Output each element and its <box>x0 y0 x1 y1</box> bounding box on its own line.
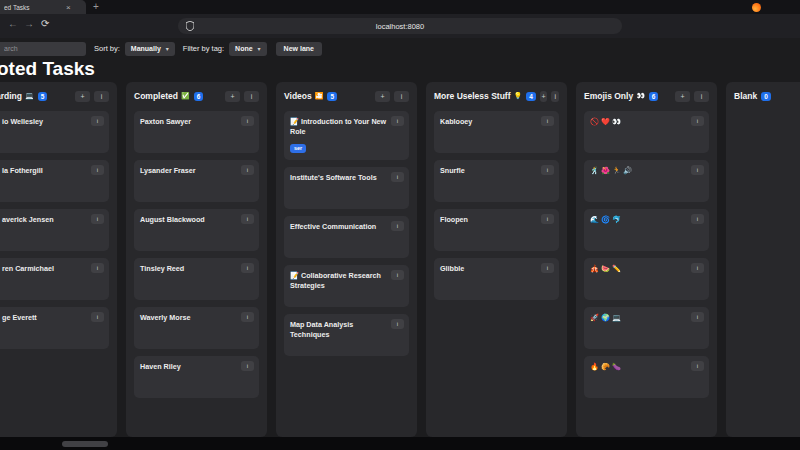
task-card[interactable]: Paxton Sawyeri <box>134 111 259 153</box>
lane-menu-button[interactable]: i <box>694 91 709 102</box>
back-icon[interactable]: ← <box>8 18 18 29</box>
lane-menu-button[interactable]: i <box>551 91 559 102</box>
lane-title: Completed <box>134 91 178 101</box>
lane-add-card-button[interactable]: + <box>75 91 90 102</box>
url-bar[interactable]: localhost:8080 <box>178 18 622 34</box>
card-menu-button[interactable]: i <box>691 214 704 224</box>
reload-icon[interactable]: ⟳ <box>41 18 49 29</box>
task-card[interactable]: Lysander Fraseri <box>134 160 259 202</box>
task-card[interactable]: Floopeni <box>434 209 559 251</box>
card-menu-button[interactable]: i <box>391 319 404 329</box>
task-card[interactable]: 🎪 🍉 ✏️i <box>584 258 709 300</box>
card-menu-button[interactable]: i <box>391 270 404 280</box>
card-menu-button[interactable]: i <box>241 263 254 273</box>
task-card[interactable]: ge Everetti <box>0 307 109 349</box>
task-card[interactable]: Tinsley Reedi <box>134 258 259 300</box>
tab-title: ed Tasks <box>4 4 64 11</box>
task-card[interactable]: Institute's Software Toolsi <box>284 167 409 209</box>
card-title: Haven Riley <box>140 362 242 372</box>
lane-menu-button[interactable]: i <box>244 91 259 102</box>
card-menu-button[interactable]: i <box>91 263 104 273</box>
browser-extension-flame-icon[interactable] <box>752 3 761 12</box>
lane: arding💻5+iio Wellesleyila Fothergilliave… <box>0 82 117 437</box>
card-menu-button[interactable]: i <box>241 165 254 175</box>
card-menu-button[interactable]: i <box>91 165 104 175</box>
sort-by-value: Manually <box>131 45 161 52</box>
lane-title: Videos <box>284 91 312 101</box>
task-card[interactable]: averick Jenseni <box>0 209 109 251</box>
task-card[interactable]: 🚫 ❤️ 👀i <box>584 111 709 153</box>
lane-cards: KablooeyiSnurfleiFloopeniGlibblei <box>434 111 559 300</box>
task-card[interactable]: Effective Communicationi <box>284 216 409 258</box>
lane-cards: 🚫 ❤️ 👀i🕺 🌺 🏃 🔊i🌊 🌀 🐬i🎪 🍉 ✏️i🚀 🌍 💻i🔥 🥐 🍆i <box>584 111 709 398</box>
lane-add-card-button[interactable]: + <box>675 91 690 102</box>
forward-icon[interactable]: → <box>24 18 34 29</box>
lane-add-card-button[interactable]: + <box>375 91 390 102</box>
task-card[interactable]: 🕺 🌺 🏃 🔊i <box>584 160 709 202</box>
filter-by-tag-select[interactable]: None ▾ <box>229 42 267 56</box>
lane-emoji-icon: 👀 <box>636 92 645 100</box>
task-card[interactable]: Waverly Morsei <box>134 307 259 349</box>
task-card[interactable]: 🌊 🌀 🐬i <box>584 209 709 251</box>
card-menu-button[interactable]: i <box>541 214 554 224</box>
card-menu-button[interactable]: i <box>91 116 104 126</box>
card-menu-button[interactable]: i <box>691 116 704 126</box>
site-permissions-shield-icon[interactable] <box>186 21 194 31</box>
card-menu-button[interactable]: i <box>241 312 254 322</box>
card-menu-button[interactable]: i <box>91 214 104 224</box>
task-card[interactable]: 🚀 🌍 💻i <box>584 307 709 349</box>
browser-tab[interactable]: ed Tasks × <box>0 0 86 14</box>
task-card[interactable]: 🔥 🥐 🍆i <box>584 356 709 398</box>
card-menu-button[interactable]: i <box>691 312 704 322</box>
card-menu-button[interactable]: i <box>241 214 254 224</box>
lane-emoji-icon: 💻 <box>25 92 34 100</box>
new-lane-button[interactable]: New lane <box>276 42 322 56</box>
card-title: 🎪 🍉 ✏️ <box>590 264 692 274</box>
card-menu-button[interactable]: i <box>691 263 704 273</box>
card-menu-button[interactable]: i <box>391 116 404 126</box>
horizontal-scrollbar-thumb[interactable] <box>62 441 108 447</box>
task-card[interactable]: Map Data Analysis Techniquesi <box>284 314 409 356</box>
card-menu-button[interactable]: i <box>541 116 554 126</box>
lane-title: More Useless Stuff <box>434 91 511 101</box>
card-menu-button[interactable]: i <box>541 165 554 175</box>
card-title: ren Carmichael <box>2 264 104 274</box>
url-text: localhost:8080 <box>194 22 622 31</box>
task-card[interactable]: Glibblei <box>434 258 559 300</box>
sort-by-select[interactable]: Manually ▾ <box>125 42 175 56</box>
task-card[interactable]: ren Carmichaeli <box>0 258 109 300</box>
task-card[interactable]: Snurflei <box>434 160 559 202</box>
card-menu-button[interactable]: i <box>241 361 254 371</box>
new-tab-button[interactable]: + <box>93 1 99 12</box>
browser-tab-strip: ed Tasks × + <box>0 0 800 14</box>
tab-close-icon[interactable]: × <box>66 3 71 12</box>
card-title: Waverly Morse <box>140 313 242 323</box>
card-menu-button[interactable]: i <box>241 116 254 126</box>
lane-title: arding <box>0 91 22 101</box>
horizontal-scrollbar[interactable] <box>0 437 800 450</box>
lane: Completed✅6+iPaxton SawyeriLysander Fras… <box>126 82 267 437</box>
task-card[interactable]: io Wellesleyi <box>0 111 109 153</box>
lane-menu-button[interactable]: i <box>394 91 409 102</box>
card-menu-button[interactable]: i <box>691 165 704 175</box>
card-tag-badge: ser <box>290 144 306 153</box>
task-card[interactable]: 📝 Introduction to Your New Roleiser <box>284 111 409 160</box>
lane-add-card-button[interactable]: + <box>540 91 548 102</box>
card-menu-button[interactable]: i <box>391 172 404 182</box>
card-title: 🌊 🌀 🐬 <box>590 215 692 225</box>
card-menu-button[interactable]: i <box>691 361 704 371</box>
card-menu-button[interactable]: i <box>541 263 554 273</box>
card-title: Paxton Sawyer <box>140 117 242 127</box>
lane-menu-button[interactable]: i <box>94 91 109 102</box>
task-card[interactable]: Kablooeyi <box>434 111 559 153</box>
search-input[interactable] <box>0 42 86 56</box>
task-card[interactable]: 📝 Collaborative Research Strategiesi <box>284 265 409 307</box>
task-card[interactable]: la Fothergilli <box>0 160 109 202</box>
card-title: Floopen <box>440 215 542 225</box>
card-menu-button[interactable]: i <box>391 221 404 231</box>
lane-add-card-button[interactable]: + <box>225 91 240 102</box>
card-menu-button[interactable]: i <box>91 312 104 322</box>
task-card[interactable]: Haven Rileyi <box>134 356 259 398</box>
task-card[interactable]: August Blackwoodi <box>134 209 259 251</box>
card-title: August Blackwood <box>140 215 242 225</box>
